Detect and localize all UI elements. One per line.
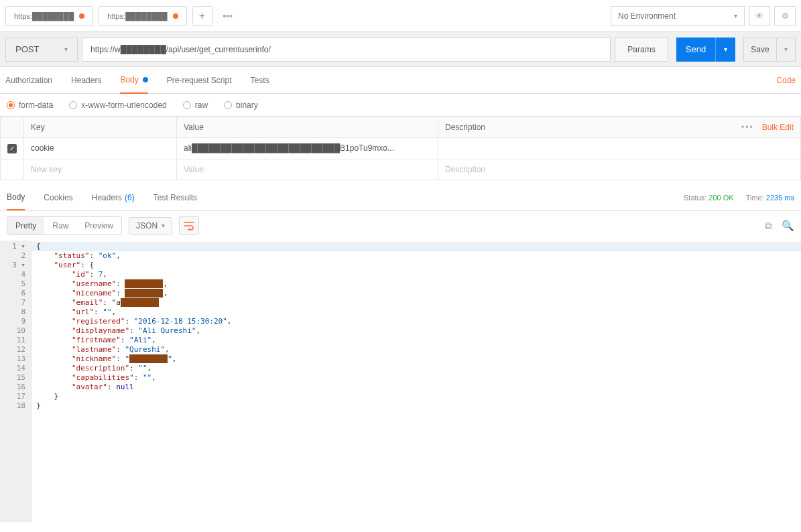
view-preview[interactable]: Preview bbox=[76, 217, 121, 235]
radio-icon bbox=[224, 101, 232, 109]
code-link[interactable]: Code bbox=[776, 76, 796, 85]
resp-tab-body[interactable]: Body bbox=[7, 185, 25, 210]
save-button[interactable]: Save bbox=[743, 38, 777, 62]
radio-raw[interactable]: raw bbox=[183, 101, 208, 110]
add-tab-button[interactable]: + bbox=[192, 6, 212, 26]
response-actions: ⧉ 🔍 bbox=[765, 220, 794, 232]
send-button[interactable]: Send bbox=[676, 38, 715, 62]
resp-tab-body-label: Body bbox=[7, 192, 25, 202]
wrap-toggle-button[interactable] bbox=[179, 216, 199, 235]
tab-overflow-button[interactable]: ••• bbox=[218, 6, 238, 26]
resp-tab-test-results-label: Test Results bbox=[153, 193, 197, 202]
radio-form-data[interactable]: form-data bbox=[7, 101, 53, 110]
form-data-table: Key Value Description ••• Bulk Edit ✓ co… bbox=[0, 117, 801, 180]
format-select[interactable]: JSON ▾ bbox=[129, 217, 172, 235]
params-label: Params bbox=[627, 45, 655, 54]
view-pretty[interactable]: Pretty bbox=[7, 217, 44, 235]
request-tab-1-label: https:████████ bbox=[14, 12, 74, 20]
code-lines[interactable]: { "status": "ok", "user": { "id": 7, "us… bbox=[32, 241, 801, 522]
tab-authorization[interactable]: Authorization bbox=[5, 67, 52, 94]
radio-form-data-label: form-data bbox=[19, 101, 53, 110]
status-label: Status: bbox=[684, 194, 706, 202]
row-key-input[interactable]: cookie bbox=[24, 138, 177, 159]
environment-settings-button[interactable]: ⚙ bbox=[774, 6, 796, 26]
row-key-placeholder[interactable]: New key bbox=[24, 159, 177, 180]
chevron-down-icon: ▾ bbox=[162, 222, 165, 229]
view-mode-segment: Pretty Raw Preview bbox=[7, 216, 122, 235]
method-select[interactable]: POST ▾ bbox=[5, 38, 78, 62]
environment-select[interactable]: No Environment ▾ bbox=[611, 6, 745, 26]
radio-icon bbox=[69, 101, 77, 109]
body-type-radios: form-data x-www-form-urlencoded raw bina… bbox=[0, 94, 801, 117]
tab-headers-label: Headers bbox=[71, 76, 101, 85]
request-tab-2-label: https:████████ bbox=[107, 12, 167, 20]
environment-controls: No Environment ▾ 👁 ⚙ bbox=[611, 6, 796, 26]
send-label: Send bbox=[686, 44, 706, 54]
request-tab-1[interactable]: https:████████ bbox=[5, 6, 93, 26]
row-check-placeholder bbox=[1, 159, 24, 180]
radio-urlencoded-label: x-www-form-urlencoded bbox=[81, 101, 166, 110]
radio-binary-label: binary bbox=[236, 101, 258, 110]
table-row-new: New key Value Description bbox=[1, 159, 801, 180]
time-value: 2235 ms bbox=[766, 194, 794, 202]
save-options-button[interactable]: ▾ bbox=[777, 38, 796, 62]
response-view-controls: Pretty Raw Preview JSON ▾ ⧉ 🔍 bbox=[0, 211, 801, 241]
headers-count-badge: (6) bbox=[125, 193, 135, 202]
unsaved-dot-icon bbox=[79, 13, 84, 19]
save-button-group: Save ▾ bbox=[743, 38, 796, 62]
more-icon[interactable]: ••• bbox=[741, 123, 754, 132]
row-value-input[interactable]: ali██████████████████████████B1poTu9mxo.… bbox=[177, 138, 438, 159]
status-block: Status: 200 OK bbox=[684, 194, 734, 202]
checkbox-checked-icon: ✓ bbox=[7, 144, 17, 153]
header-key: Key bbox=[24, 117, 177, 138]
header-description-label: Description bbox=[445, 123, 485, 132]
header-check bbox=[1, 117, 24, 138]
response-body: 1 ▾23 ▾456789101112131415161718 { "statu… bbox=[0, 241, 801, 522]
search-button[interactable]: 🔍 bbox=[782, 220, 794, 232]
table-header-row: Key Value Description ••• Bulk Edit bbox=[1, 117, 801, 138]
tab-strip: https:████████ https:████████ + ••• bbox=[5, 6, 611, 26]
tab-tests[interactable]: Tests bbox=[250, 67, 269, 94]
row-check[interactable]: ✓ bbox=[1, 138, 24, 159]
send-options-button[interactable]: ▾ bbox=[715, 38, 735, 62]
search-icon: 🔍 bbox=[782, 220, 794, 231]
time-label: Time: bbox=[746, 194, 764, 202]
chevron-down-icon: ▾ bbox=[734, 12, 737, 19]
row-value-placeholder[interactable]: Value bbox=[177, 159, 438, 180]
radio-raw-label: raw bbox=[195, 101, 208, 110]
radio-binary[interactable]: binary bbox=[224, 101, 258, 110]
response-meta: Status: 200 OK Time: 2235 ms bbox=[684, 194, 794, 202]
view-raw[interactable]: Raw bbox=[44, 217, 76, 235]
tab-prerequest[interactable]: Pre-request Script bbox=[167, 67, 232, 94]
params-button[interactable]: Params bbox=[615, 38, 668, 62]
request-tab-2[interactable]: https:████████ bbox=[99, 6, 186, 26]
resp-tab-headers[interactable]: Headers (6) bbox=[92, 185, 135, 210]
row-description-input[interactable] bbox=[438, 138, 801, 159]
status-value: 200 OK bbox=[708, 194, 733, 202]
resp-tab-cookies[interactable]: Cookies bbox=[44, 185, 72, 210]
resp-tab-test-results[interactable]: Test Results bbox=[153, 185, 197, 210]
method-label: POST bbox=[15, 44, 39, 54]
chevron-down-icon: ▾ bbox=[784, 46, 788, 53]
request-row: POST ▾ Params Send ▾ Save ▾ bbox=[0, 32, 801, 67]
gear-icon: ⚙ bbox=[782, 11, 789, 21]
copy-button[interactable]: ⧉ bbox=[765, 220, 772, 232]
save-label: Save bbox=[751, 45, 769, 54]
radio-urlencoded[interactable]: x-www-form-urlencoded bbox=[69, 101, 166, 110]
bulk-edit-link[interactable]: Bulk Edit bbox=[762, 123, 794, 132]
tab-authorization-label: Authorization bbox=[5, 76, 52, 85]
code-gutter: 1 ▾23 ▾456789101112131415161718 bbox=[0, 241, 32, 522]
top-bar: https:████████ https:████████ + ••• No E… bbox=[0, 0, 801, 32]
url-input[interactable] bbox=[82, 38, 611, 62]
environment-preview-button[interactable]: 👁 bbox=[749, 6, 770, 26]
tab-headers[interactable]: Headers bbox=[71, 67, 101, 94]
tab-prerequest-label: Pre-request Script bbox=[167, 76, 232, 85]
copy-icon: ⧉ bbox=[765, 220, 772, 231]
format-label: JSON bbox=[136, 221, 158, 230]
resp-tab-cookies-label: Cookies bbox=[44, 193, 72, 202]
table-row: ✓ cookie ali██████████████████████████B1… bbox=[1, 138, 801, 159]
unsaved-dot-icon bbox=[173, 13, 178, 19]
environment-label: No Environment bbox=[618, 11, 676, 21]
row-description-placeholder[interactable]: Description bbox=[438, 159, 801, 180]
tab-body[interactable]: Body bbox=[120, 67, 147, 94]
